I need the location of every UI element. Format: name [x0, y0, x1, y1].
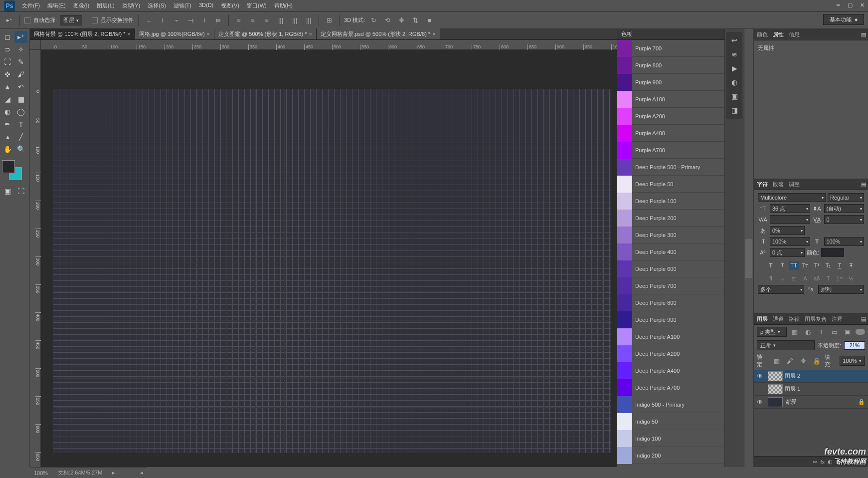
layer-row[interactable]: 👁图层 2 — [754, 370, 868, 383]
tab-paragraph[interactable]: 段落 — [773, 181, 784, 188]
panel-menu-icon[interactable]: ▤ — [861, 31, 866, 38]
tab-color[interactable]: 颜色 — [757, 31, 768, 38]
tab-layer-comps[interactable]: 图层复合 — [805, 315, 827, 323]
italic-button[interactable]: T — [777, 261, 787, 270]
menu-图像(I)[interactable]: 图像(I) — [70, 1, 92, 10]
detail-field[interactable]: 0% — [770, 226, 805, 235]
eraser-tool[interactable]: ◢ — [1, 93, 14, 105]
opentype-1st[interactable]: 1ˢᵗ — [835, 274, 845, 283]
status-arrow-left-icon[interactable]: ◂ — [140, 470, 143, 476]
swatch-item[interactable]: Deep Purple A700 — [617, 379, 724, 396]
distribute-vcenter-icon[interactable]: ≡ — [247, 15, 258, 26]
font-size-field[interactable]: 36 点 — [770, 204, 810, 213]
move-tool[interactable]: ▸⁺ — [14, 31, 27, 43]
healing-brush-tool[interactable]: ✜ — [1, 68, 14, 80]
tab-notes[interactable]: 注释 — [832, 315, 843, 323]
opentype-ad[interactable]: aδ — [812, 274, 822, 283]
document-info[interactable]: 文档:2.64M/5.27M — [58, 469, 102, 477]
swatch-item[interactable]: Purple 800 — [617, 57, 724, 74]
swatch-item[interactable]: Deep Purple 100 — [617, 193, 724, 210]
filter-toggle[interactable] — [856, 329, 865, 335]
swatches-panel-title[interactable]: 色板 — [617, 29, 724, 40]
kerning-field[interactable] — [770, 215, 810, 224]
opacity-input[interactable] — [844, 341, 865, 350]
blur-tool[interactable]: ◐ — [1, 106, 14, 118]
layer-thumbnail[interactable] — [768, 384, 783, 394]
styles-panel-icon[interactable]: ▣ — [729, 91, 740, 102]
tab-close-icon[interactable]: × — [309, 31, 312, 37]
pen-tool[interactable]: ✒ — [1, 118, 14, 130]
align-vcenter-icon[interactable]: ⫲ — [157, 15, 168, 26]
3d-zoom-icon[interactable]: ■ — [424, 15, 435, 26]
distribute-top-icon[interactable]: ≡ — [233, 15, 244, 26]
tab-character[interactable]: 字符 — [757, 181, 768, 188]
marquee-tool[interactable]: ◻ — [1, 31, 14, 43]
auto-select-target-select[interactable]: 图层 — [60, 15, 82, 25]
swatch-item[interactable]: Deep Purple 700 — [617, 277, 724, 294]
tab-close-icon[interactable]: × — [432, 31, 435, 37]
menu-帮助(H)[interactable]: 帮助(H) — [271, 1, 296, 10]
layer-thumbnail[interactable] — [768, 371, 783, 381]
screen-mode-icon[interactable]: ⛶ — [14, 185, 27, 197]
panel-menu-icon[interactable]: ▤ — [861, 316, 866, 322]
type-tool[interactable]: T — [14, 118, 27, 130]
window-minimize-icon[interactable]: ━ — [832, 0, 844, 10]
menu-类型(Y)[interactable]: 类型(Y) — [119, 1, 144, 10]
clone-stamp-tool[interactable]: ▲ — [1, 81, 14, 93]
filter-pixel-icon[interactable]: ▦ — [790, 326, 800, 337]
foreground-color-swatch[interactable] — [2, 160, 15, 173]
swatch-item[interactable]: Purple 700 — [617, 40, 724, 57]
swatch-item[interactable]: Indigo 50 — [617, 413, 724, 430]
filter-adjustment-icon[interactable]: ◐ — [803, 326, 813, 337]
swatch-item[interactable]: Purple A400 — [617, 125, 724, 142]
allcaps-button[interactable]: TT — [789, 261, 799, 270]
3d-roll-icon[interactable]: ⟲ — [382, 15, 393, 26]
hand-tool[interactable]: ✋ — [1, 143, 14, 155]
distribute-hcenter-icon[interactable]: ||| — [289, 15, 300, 26]
tab-paths[interactable]: 路径 — [789, 315, 800, 323]
workspace-switcher[interactable]: 基本功能 — [823, 14, 864, 25]
tab-adjustments[interactable]: 调整 — [789, 181, 800, 188]
tab-info[interactable]: 信息 — [789, 31, 800, 38]
swatch-item[interactable]: Deep Purple 50 — [617, 176, 724, 193]
opentype-st[interactable]: st — [789, 274, 799, 283]
auto-select-checkbox[interactable] — [24, 17, 30, 23]
layer-name[interactable]: 背景 — [785, 398, 796, 406]
notes-panel-icon[interactable]: ◨ — [729, 105, 740, 116]
lock-position-icon[interactable]: ✥ — [798, 355, 809, 366]
dodge-tool[interactable]: ◯ — [14, 106, 27, 118]
swatch-item[interactable]: Deep Purple 200 — [617, 210, 724, 227]
tracking-field[interactable]: 0 — [824, 215, 865, 224]
filter-type-icon[interactable]: T — [816, 326, 826, 337]
distribute-bottom-icon[interactable]: ≡ — [261, 15, 272, 26]
lock-all-icon[interactable]: 🔒 — [811, 355, 822, 366]
window-maximize-icon[interactable]: ▢ — [844, 0, 856, 10]
smallcaps-button[interactable]: Tᴛ — [800, 261, 810, 270]
menu-滤镜(T)[interactable]: 滤镜(T) — [171, 1, 194, 10]
layer-visibility-icon[interactable]: 👁 — [754, 399, 766, 406]
swatch-item[interactable]: Deep Purple 800 — [617, 294, 724, 311]
font-family-select[interactable]: Multicolore — [758, 193, 826, 202]
lasso-tool[interactable]: ⊃ — [1, 43, 14, 55]
distribute-left-icon[interactable]: ||| — [275, 15, 286, 26]
tab-properties[interactable]: 属性 — [773, 31, 784, 38]
window-close-icon[interactable]: ✕ — [856, 0, 868, 10]
zoom-tool[interactable]: 🔍 — [14, 143, 27, 155]
swatch-item[interactable]: Purple A700 — [617, 142, 724, 159]
color-swatch[interactable] — [2, 160, 22, 180]
opentype-A[interactable]: A — [800, 274, 810, 283]
menu-窗口(W)[interactable]: 窗口(W) — [244, 1, 270, 10]
artboard-grid[interactable] — [53, 89, 611, 453]
filter-shape-icon[interactable]: ▭ — [829, 326, 839, 337]
ruler-origin[interactable] — [30, 40, 41, 50]
link-layers-icon[interactable]: ⇔ — [813, 459, 817, 465]
swatch-item[interactable]: Purple 900 — [617, 74, 724, 91]
layer-name[interactable]: 图层 2 — [785, 372, 800, 380]
layer-row[interactable]: 图层 1 — [754, 383, 868, 396]
play-panel-icon[interactable]: ▶ — [729, 63, 740, 74]
swatch-item[interactable]: Deep Purple A400 — [617, 362, 724, 379]
move-tool-icon[interactable]: ▸⁺ — [4, 15, 15, 26]
swatch-item[interactable]: Indigo 500 - Primary — [617, 396, 724, 413]
opentype-T[interactable]: T — [823, 274, 833, 283]
brush-panel-icon[interactable]: ◐ — [729, 77, 740, 88]
